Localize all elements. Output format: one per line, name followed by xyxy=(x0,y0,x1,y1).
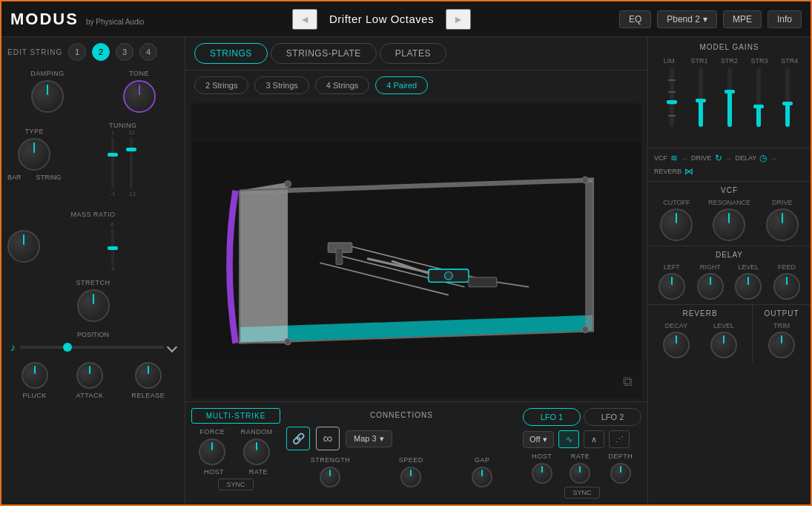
gap-knob[interactable] xyxy=(472,467,492,487)
connections-section: CONNECTIONS 🔗 ∞ Map 3 ▾ STRENGTH xyxy=(286,408,517,499)
speed-group: SPEED xyxy=(399,456,423,487)
lfo-rate-knob[interactable] xyxy=(570,463,590,484)
app-logo: MODUS xyxy=(10,10,79,29)
tuning-slider-2-thumb[interactable] xyxy=(126,148,136,151)
count-4-button[interactable]: 4 Strings xyxy=(315,76,369,94)
str4-slider-thumb[interactable] xyxy=(782,102,793,105)
visualization-area: ⧉ xyxy=(191,103,641,398)
string-btn-3[interactable]: 3 xyxy=(116,43,133,61)
damping-group: DAMPING xyxy=(30,70,65,113)
str1-slider-thumb[interactable] xyxy=(696,99,706,102)
string-btn-4[interactable]: 4 xyxy=(139,43,157,61)
delay-level-knob[interactable] xyxy=(735,273,762,300)
next-preset-button[interactable]: ► xyxy=(446,9,471,30)
lfo2-tab[interactable]: LFO 2 xyxy=(584,408,641,426)
str3-fill xyxy=(756,106,761,127)
sync-button[interactable]: SYNC xyxy=(218,479,253,490)
stretch-knob[interactable] xyxy=(77,289,110,322)
cutoff-knob[interactable] xyxy=(660,208,693,241)
position-slider-thumb[interactable] xyxy=(63,343,72,352)
feed-knob[interactable] xyxy=(773,273,800,300)
strength-label: STRENGTH xyxy=(311,456,351,464)
count-3-button[interactable]: 3 Strings xyxy=(254,76,308,94)
damping-knob[interactable] xyxy=(31,80,64,113)
strength-knob[interactable] xyxy=(320,467,340,487)
lfo-off-select[interactable]: Off ▾ xyxy=(523,431,554,448)
lim-marker-2 xyxy=(668,91,676,93)
host-label: HOST xyxy=(204,468,224,476)
attack-knob[interactable] xyxy=(76,362,103,389)
pluck-row: PLUCK ATTACK RELEASE xyxy=(7,362,179,399)
pluck-knob[interactable] xyxy=(22,362,48,389)
str3-track xyxy=(756,68,761,127)
map-select[interactable]: Map 3 ▾ xyxy=(346,430,392,447)
resonance-group: RESONANCE xyxy=(708,199,750,241)
vcf-section-title: VCF xyxy=(654,186,805,194)
position-label: POSITION xyxy=(7,331,179,338)
lfo-host-knob[interactable] xyxy=(532,463,552,484)
svg-marker-2 xyxy=(240,183,288,344)
reverb-level-knob[interactable] xyxy=(710,332,737,358)
left-knob[interactable] xyxy=(658,273,685,300)
arrow-3: → xyxy=(770,154,777,162)
str3-slider-thumb[interactable] xyxy=(753,105,764,108)
str2-slider-thumb[interactable] xyxy=(724,90,735,93)
damping-tone-row: DAMPING TONE xyxy=(7,70,179,113)
prev-preset-button[interactable]: ◄ xyxy=(292,9,317,30)
string-btn-1[interactable]: 1 xyxy=(68,43,86,61)
lfo-sync-button[interactable]: SYNC xyxy=(564,487,599,499)
pbend-button[interactable]: Pbend 2 ▾ xyxy=(657,10,717,28)
mass-ratio-knob[interactable] xyxy=(7,230,40,263)
string-btn-2[interactable]: 2 xyxy=(92,43,110,61)
count-4paired-button[interactable]: 4 Paired xyxy=(375,76,428,94)
delay-section-title: DELAY xyxy=(654,251,805,259)
mpe-button[interactable]: MPE xyxy=(723,10,762,28)
decay-knob[interactable] xyxy=(663,332,690,358)
tri-wave-btn[interactable]: ∧ xyxy=(584,430,604,448)
lfo1-tab[interactable]: LFO 1 xyxy=(523,408,581,426)
str1-col-label: STR1 xyxy=(687,57,711,65)
str4-track xyxy=(785,68,790,127)
screenshot-icon[interactable]: ⧉ xyxy=(623,374,633,390)
trim-knob[interactable] xyxy=(768,332,795,358)
sine-wave-btn[interactable]: ∿ xyxy=(558,430,579,448)
speed-knob[interactable] xyxy=(400,467,421,487)
svg-point-11 xyxy=(444,272,452,280)
multi-strike-header[interactable]: MULTI-STRIKE xyxy=(191,408,280,424)
type-knob[interactable] xyxy=(18,138,50,171)
tone-group: TONE xyxy=(123,70,156,113)
release-group: RELEASE xyxy=(131,362,165,399)
tuning-slider-1-thumb[interactable] xyxy=(108,153,118,157)
header: MODUS by Physical Audio ◄ Drifter Low Oc… xyxy=(1,1,811,37)
lfo-host-group: HOST xyxy=(532,453,552,484)
gains-sliders xyxy=(654,68,805,142)
lfo-depth-knob[interactable] xyxy=(610,463,631,484)
tab-strings[interactable]: STRINGS xyxy=(194,43,268,64)
infinity-icon-button[interactable]: ∞ xyxy=(316,427,340,450)
lfo-host-label: HOST xyxy=(532,453,552,460)
right-delay-label: RIGHT xyxy=(700,263,721,271)
info-button[interactable]: Info xyxy=(768,10,802,28)
random-group: RANDOM xyxy=(241,428,273,465)
count-2-button[interactable]: 2 Strings xyxy=(194,76,248,94)
lfo-rate-label: RATE xyxy=(571,453,590,460)
svg-rect-9 xyxy=(336,249,343,265)
lim-slider-thumb[interactable] xyxy=(667,100,677,104)
tab-strings-plate[interactable]: STRINGS-PLATE xyxy=(271,43,377,64)
vcf-drive-knob[interactable] xyxy=(766,208,799,241)
tab-plates[interactable]: PLATES xyxy=(380,43,446,64)
resonance-knob[interactable] xyxy=(713,208,745,241)
edit-string-label: EDIT STRING xyxy=(7,48,62,56)
right-delay-knob[interactable] xyxy=(697,273,724,300)
random-knob[interactable] xyxy=(243,438,270,465)
delay-level-label: LEVEL xyxy=(738,263,759,271)
tone-knob[interactable] xyxy=(123,80,156,113)
tab-row: STRINGS STRINGS-PLATE PLATES xyxy=(185,37,647,70)
left-group: LEFT xyxy=(658,263,685,300)
mass-ratio-slider-thumb[interactable] xyxy=(108,246,118,250)
link-icon-button[interactable]: 🔗 xyxy=(286,427,310,450)
eq-button[interactable]: EQ xyxy=(619,10,651,28)
release-knob[interactable] xyxy=(135,362,162,389)
saw-wave-btn[interactable]: ⋰ xyxy=(609,430,630,448)
force-knob[interactable] xyxy=(199,438,225,465)
